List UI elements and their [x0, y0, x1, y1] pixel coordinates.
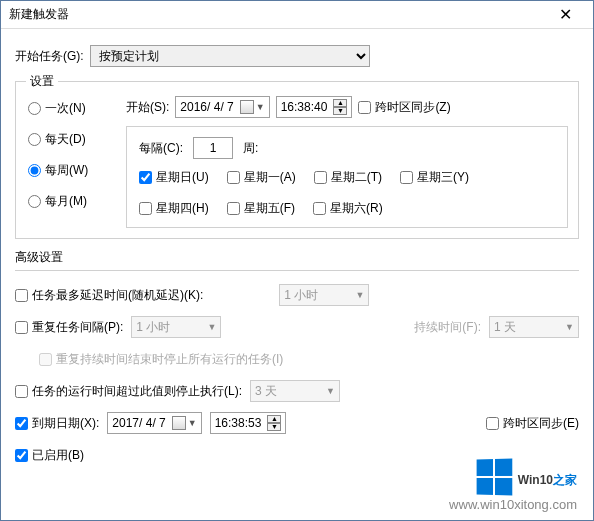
windows-logo-icon: [476, 459, 512, 496]
day-friday[interactable]: 星期五(F): [227, 200, 295, 217]
weekly-settings-box: 每隔(C): 周: 星期日(U) 星期一(A) 星期二(T) 星期三(Y) 星期…: [126, 126, 568, 228]
dialog-content: 开始任务(G): 按预定计划 设置 一次(N) 每天(D) 每周(W) 每月(M…: [1, 29, 593, 485]
interval-label: 每隔(C):: [139, 140, 183, 157]
repeat-row: 重复任务间隔(P): 1 小时▼ 持续时间(F): 1 天▼: [15, 315, 579, 339]
advanced-legend: 高级设置: [15, 249, 579, 266]
radio-daily[interactable]: 每天(D): [28, 131, 114, 148]
repeat-checkbox[interactable]: 重复任务间隔(P):: [15, 319, 123, 336]
expire-row: 到期日期(X): 2017/ 4/ 7 ▼ 16:38:53 ▲ ▼: [15, 411, 579, 435]
chevron-down-icon: ▼: [355, 290, 364, 300]
duration-combo[interactable]: 1 天▼: [489, 316, 579, 338]
dialog-window: 新建触发器 ✕ 开始任务(G): 按预定计划 设置 一次(N) 每天(D) 每周…: [0, 0, 594, 521]
expire-time-picker[interactable]: 16:38:53 ▲ ▼: [210, 412, 287, 434]
watermark-url: www.win10xitong.com: [449, 497, 577, 512]
start-label: 开始(S):: [126, 99, 169, 116]
stop-if-over-combo[interactable]: 3 天▼: [250, 380, 340, 402]
start-datetime-row: 开始(S): 2016/ 4/ 7 ▼ 16:38:40 ▲ ▼: [126, 96, 568, 118]
delay-checkbox[interactable]: 任务最多延迟时间(随机延迟)(K):: [15, 287, 203, 304]
day-monday[interactable]: 星期一(A): [227, 169, 296, 186]
radio-monthly[interactable]: 每月(M): [28, 193, 114, 210]
titlebar: 新建触发器 ✕: [1, 1, 593, 29]
day-sunday[interactable]: 星期日(U): [139, 169, 209, 186]
start-task-select[interactable]: 按预定计划: [90, 45, 370, 67]
spinner-down[interactable]: ▼: [333, 107, 347, 115]
sync-timezone-checkbox-z[interactable]: 跨时区同步(Z): [358, 99, 450, 116]
duration-label: 持续时间(F):: [414, 319, 481, 336]
expire-date-picker[interactable]: 2017/ 4/ 7 ▼: [107, 412, 201, 434]
calendar-icon: [172, 416, 186, 430]
window-title: 新建触发器: [9, 6, 545, 23]
start-task-row: 开始任务(G): 按预定计划: [15, 45, 579, 67]
days-of-week-grid: 星期日(U) 星期一(A) 星期二(T) 星期三(Y) 星期四(H) 星期五(F…: [139, 169, 555, 217]
chevron-down-icon: ▼: [256, 102, 265, 112]
expire-checkbox[interactable]: 到期日期(X):: [15, 415, 99, 432]
spinner-up[interactable]: ▲: [267, 415, 281, 423]
stop-at-end-checkbox: 重复持续时间结束时停止所有运行的任务(I): [39, 351, 283, 368]
day-saturday[interactable]: 星期六(R): [313, 200, 383, 217]
watermark-brand: Win10之家: [518, 464, 577, 490]
chevron-down-icon: ▼: [207, 322, 216, 332]
repeat-interval-combo[interactable]: 1 小时▼: [131, 316, 221, 338]
stop-if-over-checkbox[interactable]: 任务的运行时间超过此值则停止执行(L):: [15, 383, 242, 400]
interval-row: 每隔(C): 周:: [139, 137, 555, 159]
calendar-icon: [240, 100, 254, 114]
day-tuesday[interactable]: 星期二(T): [314, 169, 382, 186]
delay-row: 任务最多延迟时间(随机延迟)(K): 1 小时▼: [15, 283, 579, 307]
schedule-radio-group: 一次(N) 每天(D) 每周(W) 每月(M): [26, 96, 116, 228]
settings-legend: 设置: [26, 73, 58, 90]
day-thursday[interactable]: 星期四(H): [139, 200, 209, 217]
radio-weekly[interactable]: 每周(W): [28, 162, 114, 179]
close-button[interactable]: ✕: [545, 3, 585, 27]
radio-once[interactable]: 一次(N): [28, 100, 114, 117]
day-wednesday[interactable]: 星期三(Y): [400, 169, 469, 186]
spinner-down[interactable]: ▼: [267, 423, 281, 431]
start-task-label: 开始任务(G):: [15, 48, 84, 65]
advanced-section: 高级设置 任务最多延迟时间(随机延迟)(K): 1 小时▼ 重复任务间隔(P):…: [15, 249, 579, 467]
spinner-up[interactable]: ▲: [333, 99, 347, 107]
stop-if-over-row: 任务的运行时间超过此值则停止执行(L): 3 天▼: [15, 379, 579, 403]
sync-timezone-checkbox-e[interactable]: 跨时区同步(E): [486, 415, 579, 432]
watermark: Win10之家 www.win10xitong.com: [449, 459, 577, 512]
enabled-checkbox[interactable]: 已启用(B): [15, 447, 84, 464]
start-date-picker[interactable]: 2016/ 4/ 7 ▼: [175, 96, 269, 118]
settings-fieldset: 设置 一次(N) 每天(D) 每周(W) 每月(M) 开始(S): 2016/ …: [15, 73, 579, 239]
chevron-down-icon: ▼: [188, 418, 197, 428]
interval-input[interactable]: [193, 137, 233, 159]
interval-unit: 周:: [243, 140, 258, 157]
chevron-down-icon: ▼: [326, 386, 335, 396]
delay-combo[interactable]: 1 小时▼: [279, 284, 369, 306]
stop-at-end-row: 重复持续时间结束时停止所有运行的任务(I): [39, 347, 579, 371]
start-time-picker[interactable]: 16:38:40 ▲ ▼: [276, 96, 353, 118]
chevron-down-icon: ▼: [565, 322, 574, 332]
